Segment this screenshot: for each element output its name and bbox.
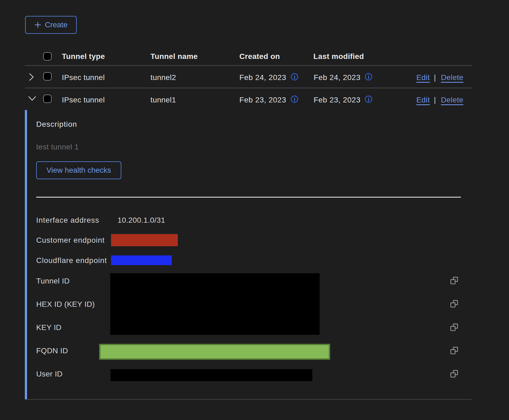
svg-text:i: i [294, 74, 295, 80]
svg-text:i: i [294, 96, 295, 102]
svg-text:i: i [368, 96, 369, 102]
svg-text:i: i [368, 74, 369, 80]
